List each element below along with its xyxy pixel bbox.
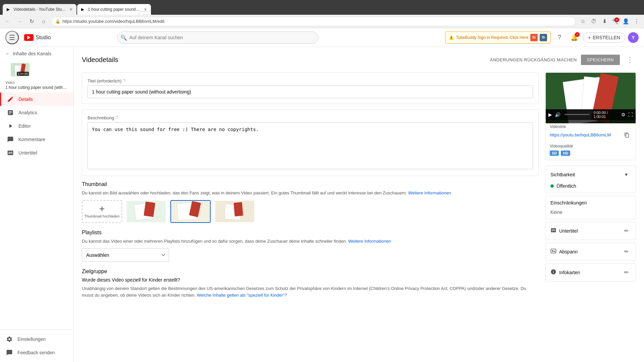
upload-thumbnail-button[interactable]: Thumbnail hochladen <box>82 200 122 223</box>
visibility-indicator <box>550 184 554 188</box>
video-link[interactable]: https://youtu.be/hquLBB6omLM <box>550 132 620 137</box>
copy-link-button[interactable] <box>622 130 632 140</box>
title-input[interactable] <box>88 85 533 98</box>
visibility-panel: Sichtbarkeit ▾ Öffentlich <box>545 166 636 193</box>
thumbnail-section: Thumbnail Du kannst ein Bild auswählen o… <box>82 181 539 223</box>
create-button[interactable]: + ERSTELLEN <box>583 33 625 43</box>
browser-tabs: ▶ Videodetails - YouTube Studio ✕ ▶ 1 ho… <box>3 0 151 15</box>
sidebar-item-settings[interactable]: Einstellungen <box>0 333 73 346</box>
save-button[interactable]: SPEICHERN <box>581 55 620 65</box>
thumbnail-option-3[interactable] <box>215 200 255 223</box>
thumbnail-option-1[interactable] <box>126 200 166 223</box>
browser-tab-2[interactable]: ▶ 1 hour cutting paper sound f... ✕ 1 ho… <box>77 4 151 15</box>
thumb-duration: 1:00:00 <box>17 72 29 76</box>
sidebar: ← Inhalte des Kanals 1:00:00 <box>0 47 74 362</box>
fullscreen-button[interactable]: ⛶ <box>628 112 633 117</box>
restrictions-header: Einschränkungen <box>546 196 636 209</box>
audience-question: Wurde dieses Video speziell für Kinder e… <box>82 277 539 283</box>
tab-tooltip: 1 hour cutting paper sound (without adve… <box>139 11 151 15</box>
search-input[interactable] <box>117 32 318 44</box>
title-section: Titel (erforderlich) ? <box>82 72 539 104</box>
top-bar-right: ⚠️ TubeBuddy Sign-in Required, Click Her… <box>445 32 639 44</box>
description-section: Beschreibung ? <box>82 109 539 176</box>
home-button[interactable]: ⌂ <box>39 17 48 26</box>
title-help-icon[interactable]: ? <box>123 78 125 83</box>
infocards-panel: Infokarten ✏ <box>545 263 636 282</box>
two-col-layout: Titel (erforderlich) ? Beschreibung ? <box>82 72 636 298</box>
visibility-header: Sichtbarkeit ▾ <box>546 166 636 183</box>
svg-rect-12 <box>233 202 243 217</box>
play-button[interactable]: ▶ <box>548 112 552 117</box>
restrictions-title: Einschränkungen <box>550 200 587 205</box>
thumbnail-title: Thumbnail <box>82 181 539 187</box>
settings-control-button[interactable]: ⚙ <box>621 112 626 117</box>
infocards-panel-title: Infokarten <box>550 269 580 276</box>
description-input[interactable] <box>88 122 533 169</box>
playlists-select-wrapper: Auswählen <box>82 248 539 262</box>
playlists-more-link[interactable]: Weitere Informationen <box>348 239 391 244</box>
bookmark-button[interactable]: ☆ <box>578 17 588 26</box>
audience-link[interactable]: Welche Inhalte gelten als "speziell für … <box>197 293 287 298</box>
subtitles-icon <box>6 149 14 156</box>
reload-button[interactable]: ↻ <box>27 17 36 26</box>
restrictions-row: Keine <box>546 209 636 219</box>
thumbnail-option-2[interactable] <box>170 200 211 223</box>
subtitles-edit-button[interactable]: ✏ <box>622 226 631 236</box>
tubebuddy-banner[interactable]: ⚠️ TubeBuddy Sign-in Required, Click Her… <box>445 32 551 44</box>
restrictions-panel: Einschränkungen Keine <box>545 196 636 219</box>
title-label: Titel (erforderlich) ? <box>88 78 533 83</box>
extensions-button[interactable]: 🔧 4 <box>610 17 620 26</box>
sidebar-item-feedback[interactable]: Feedback senden <box>0 346 73 359</box>
history-button[interactable]: ⏱ <box>589 17 598 26</box>
endscreen-panel-icon <box>550 248 556 255</box>
sidebar-back-link[interactable]: ← Inhalte des Kanals <box>0 47 73 60</box>
desc-help-icon[interactable]: ? <box>116 115 118 120</box>
sidebar-item-editor[interactable]: Editor <box>0 119 73 133</box>
discard-button[interactable]: ÄNDERUNGEN RÜCKGÄNGIG MACHEN <box>490 57 577 62</box>
infocards-panel-icon <box>550 269 556 276</box>
tab-1-close[interactable]: ✕ <box>69 7 72 12</box>
forward-button[interactable]: → <box>15 17 24 26</box>
browser-tab-1[interactable]: ▶ Videodetails - YouTube Studio ✕ <box>3 4 76 15</box>
sidebar-item-subtitles-label: Untertitel <box>18 150 37 156</box>
svg-rect-6 <box>144 201 155 217</box>
visibility-dropdown[interactable]: ▾ <box>622 170 631 179</box>
url-text: https://studio.youtube.com/video/hquLBB6… <box>62 19 164 24</box>
infocards-panel-header: Infokarten ✏ <box>546 264 636 281</box>
sidebar-item-analytics[interactable]: Analytics <box>0 106 73 119</box>
settings-menu-button[interactable]: ⋮ <box>632 17 641 26</box>
sidebar-item-subtitles[interactable]: Untertitel <box>0 146 73 160</box>
sidebar-item-details[interactable]: Details <box>0 93 73 106</box>
upload-thumb-label: Thumbnail hochladen <box>84 214 119 218</box>
quality-label: Videoqualität <box>550 144 632 148</box>
avatar[interactable]: Y <box>628 32 639 43</box>
back-button[interactable]: ← <box>3 17 12 26</box>
yt-studio-logo[interactable]: Studio <box>24 34 51 41</box>
sidebar-back-label: Inhalte des Kanals <box>13 51 51 56</box>
yt-favicon-1: ▶ <box>7 7 11 12</box>
hamburger-menu[interactable]: ☰ <box>5 31 19 44</box>
mute-button[interactable]: 🔊 <box>555 112 560 117</box>
thumbnail-more-link[interactable]: Weitere Informationen <box>408 190 451 195</box>
more-options-button[interactable]: ⋮ <box>624 54 636 66</box>
playlists-desc: Du kannst das Video einer oder mehreren … <box>82 238 539 244</box>
details-icon <box>6 96 14 103</box>
progress-bar[interactable] <box>565 114 590 115</box>
tab-2-close[interactable]: ✕ <box>144 7 147 12</box>
profile-button[interactable]: 👤 <box>621 17 631 26</box>
url-bar[interactable]: 🔒 https://studio.youtube.com/video/hquLB… <box>51 17 576 26</box>
infocards-edit-button[interactable]: ✏ <box>622 268 631 277</box>
audience-link-text: Welche Inhalte gelten als "speziell für … <box>197 293 287 298</box>
downloads-button[interactable]: ⬇ <box>600 17 609 26</box>
playlists-select[interactable]: Auswählen <box>82 248 169 262</box>
notification-badge: 4 <box>575 32 580 37</box>
endscreen-edit-button[interactable]: ✏ <box>622 247 631 256</box>
sidebar-item-comments[interactable]: Kommentare <box>0 133 73 146</box>
video-link-label: Videolink <box>550 124 632 129</box>
subtitles-panel: Untertitel ✏ <box>545 222 636 240</box>
notifications-button[interactable]: 🔔 4 <box>568 32 580 44</box>
question-button[interactable]: ? <box>553 32 566 44</box>
desc-label-text: Beschreibung <box>88 115 114 120</box>
page-title: Videodetails <box>82 56 118 64</box>
playlists-link-text: Weitere Informationen <box>348 239 391 244</box>
